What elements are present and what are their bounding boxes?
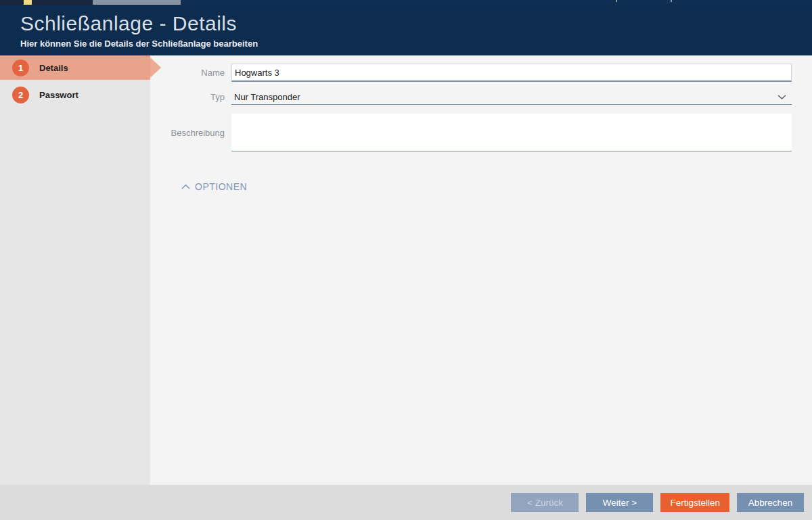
beschreibung-label: Beschreibung [150,128,231,138]
typ-dropdown[interactable]: Nur Transponder [231,89,792,105]
active-step-arrow [150,57,161,78]
options-label: OPTIONEN [195,181,247,192]
step-label: Passwort [39,90,78,100]
options-section-toggle[interactable]: OPTIONEN [181,181,812,192]
step-label: Details [39,63,68,73]
page-title: Schließanlage - Details [20,11,812,36]
sidebar-step-details[interactable]: 1 Details [0,55,150,80]
strip-tick [671,0,672,2]
name-label: Name [150,68,231,78]
beschreibung-textarea[interactable] [231,114,792,151]
sidebar-step-passwort[interactable]: 2 Passwort [0,82,150,107]
strip-segment-dark [0,0,93,5]
wizard-window: Schließanlage - Details Hier können Sie … [0,0,812,520]
strip-segment-yellow [24,0,32,5]
page-subtitle: Hier können Sie die Details der Schließa… [20,39,812,49]
details-form: Name Typ Nur Transponder Beschreibung [150,55,812,485]
wizard-footer: < Zurück Weiter > Fertigstellen Abbreche… [0,485,812,520]
background-window-strip [0,0,812,5]
cancel-button[interactable]: Abbrechen [737,493,804,512]
strip-tick [616,0,617,2]
step-number-badge: 2 [12,87,29,103]
steps-sidebar: 1 Details 2 Passwort [0,55,150,485]
name-input[interactable] [231,64,792,82]
chevron-down-icon [777,95,786,100]
typ-selected-value: Nur Transponder [234,92,300,102]
typ-label: Typ [150,92,231,102]
back-button[interactable]: < Zurück [511,493,579,512]
chevron-up-icon [181,184,190,189]
finish-button[interactable]: Fertigstellen [660,493,729,512]
wizard-header: Schließanlage - Details Hier können Sie … [0,5,812,55]
step-number-badge: 1 [12,60,29,76]
strip-segment-gray [93,0,181,5]
next-button[interactable]: Weiter > [586,493,653,512]
